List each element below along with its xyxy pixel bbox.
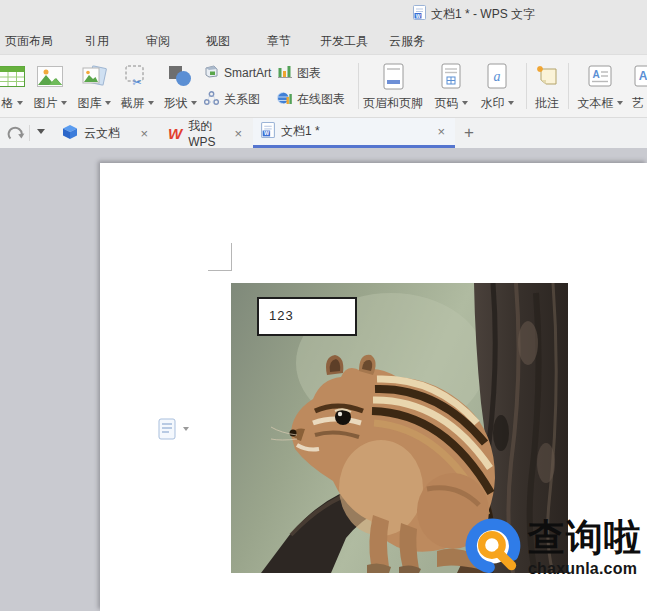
watermark-url-text: chaxunla.com: [528, 560, 642, 578]
svg-text:A: A: [639, 69, 647, 83]
tab-label: 云文档: [84, 125, 120, 142]
comment-button[interactable]: 批注: [528, 59, 566, 115]
watermark-button[interactable]: a 水印: [474, 59, 520, 115]
document-tab-bar: 云文档 × W 我的WPS × W 文档1 * × +: [0, 118, 647, 148]
tab-my-wps[interactable]: W 我的WPS ×: [160, 118, 252, 148]
new-tab-button[interactable]: +: [458, 122, 480, 144]
comment-button-label: 批注: [535, 96, 559, 110]
wps-writer-window: W 文档1 * - WPS 文字 页面布局 引用 审阅 视图 章节 开发工具 云…: [0, 0, 647, 611]
table-button-label: 格: [2, 96, 14, 110]
menu-tab-section[interactable]: 章节: [267, 28, 291, 54]
tab-close-icon[interactable]: ×: [232, 127, 244, 140]
wordart-button-cropped[interactable]: A 艺: [630, 59, 647, 115]
comment-note-icon: [528, 59, 566, 93]
shapes-icon: [158, 59, 202, 93]
svg-text:A: A: [592, 69, 599, 80]
wordart-button-label: 艺: [632, 96, 644, 110]
smartart-button[interactable]: SmartArt: [204, 63, 271, 83]
page-number-button-label: 页码: [435, 96, 459, 110]
page-number-icon: [428, 59, 474, 93]
dropdown-caret-icon: [508, 101, 514, 105]
tabbar-separator: [29, 125, 30, 141]
svg-text:W: W: [416, 12, 421, 18]
svg-text:a: a: [494, 69, 501, 84]
gallery-button-label: 图库: [78, 96, 102, 110]
insert-ribbon-toolbar: 格 图片 图库 ✂ 截屏 形状: [0, 54, 647, 118]
tab-label: 我的WPS: [188, 118, 226, 149]
tab-close-icon[interactable]: ×: [435, 125, 447, 138]
watermark-brand-text: 查询啦: [528, 516, 642, 560]
wordart-icon: A: [630, 59, 647, 93]
relation-diagram-icon: [204, 91, 219, 108]
bar-chart-icon: [277, 65, 292, 81]
dropdown-caret-icon: [617, 101, 623, 105]
toolbar-separator: [358, 63, 359, 109]
page-margin-mark: [208, 270, 232, 271]
menu-tab-view[interactable]: 视图: [206, 28, 230, 54]
menu-tab-review[interactable]: 审阅: [146, 28, 170, 54]
object-anchor-button[interactable]: [158, 417, 192, 441]
window-title: 文档1 * - WPS 文字: [431, 6, 535, 23]
textbox-icon: A: [572, 59, 628, 93]
online-chart-icon: [277, 91, 292, 108]
screenshot-scissors-icon: ✂: [114, 59, 160, 93]
relation-diagram-button[interactable]: 关系图: [204, 89, 260, 109]
document-text-box[interactable]: 123: [257, 297, 357, 336]
site-watermark: 查询啦 chaxunla.com: [464, 516, 644, 588]
tab-close-icon[interactable]: ×: [138, 127, 150, 140]
title-bar: W 文档1 * - WPS 文字: [0, 0, 647, 28]
cloud-docs-cube-icon: [62, 124, 78, 143]
watermark-icon: a: [474, 59, 520, 93]
gallery-button[interactable]: 图库: [72, 59, 116, 115]
toolbar-separator: [526, 63, 527, 109]
menu-tab-references[interactable]: 引用: [85, 28, 109, 54]
smartart-icon: [204, 65, 219, 81]
wps-document-icon: W: [261, 122, 275, 141]
picture-icon: [28, 59, 72, 93]
document-canvas-area: 123 查询啦 chaxunla.com: [0, 148, 647, 611]
relation-diagram-button-label: 关系图: [224, 91, 260, 108]
header-footer-button-label: 页眉和页脚: [363, 96, 423, 110]
shapes-button[interactable]: 形状: [158, 59, 202, 115]
ribbon-menu-bar: 页面布局 引用 审阅 视图 章节 开发工具 云服务: [0, 28, 647, 54]
chaxunla-logo-icon: [464, 516, 526, 588]
tab-cloud-docs[interactable]: 云文档 ×: [54, 118, 158, 148]
textbox-button-label: 文本框: [578, 96, 614, 110]
dropdown-caret-icon: [105, 101, 111, 105]
page-number-button[interactable]: 页码: [428, 59, 474, 115]
wps-w-icon: W: [168, 126, 182, 141]
dropdown-caret-icon: [462, 101, 468, 105]
header-footer-button[interactable]: 页眉和页脚: [362, 59, 424, 115]
screenshot-button[interactable]: ✂ 截屏: [114, 59, 160, 115]
tab-document1-active[interactable]: W 文档1 * ×: [253, 118, 455, 148]
text-box-content: 123: [269, 308, 294, 323]
dropdown-caret-icon: [61, 101, 67, 105]
textbox-button[interactable]: A 文本框: [572, 59, 628, 115]
dropdown-caret-icon: [148, 101, 154, 105]
menu-tab-developer[interactable]: 开发工具: [320, 28, 368, 54]
tab-list-dropdown-icon[interactable]: [37, 129, 45, 134]
smartart-button-label: SmartArt: [224, 66, 271, 80]
dropdown-caret-icon: [17, 101, 23, 105]
chart-button[interactable]: 图表: [277, 63, 321, 83]
dropdown-caret-icon: [183, 427, 189, 431]
photo-gallery-icon: [72, 59, 116, 93]
chart-button-label: 图表: [297, 65, 321, 82]
window-title-group: W 文档1 * - WPS 文字: [413, 0, 535, 28]
online-chart-button-label: 在线图表: [297, 91, 345, 108]
screenshot-button-label: 截屏: [121, 96, 145, 110]
picture-button-label: 图片: [34, 96, 58, 110]
dropdown-caret-icon: [191, 101, 197, 105]
menu-tab-page-layout[interactable]: 页面布局: [5, 28, 53, 54]
svg-text:✂: ✂: [132, 76, 141, 88]
header-footer-icon: [362, 59, 424, 93]
watermark-button-label: 水印: [481, 96, 505, 110]
tab-label: 文档1 *: [281, 123, 320, 140]
picture-button[interactable]: 图片: [28, 59, 72, 115]
shapes-button-label: 形状: [164, 96, 188, 110]
anchored-page-icon: [158, 418, 176, 440]
toolbar-separator: [568, 63, 569, 109]
menu-tab-cloud-service[interactable]: 云服务: [389, 28, 425, 54]
online-chart-button[interactable]: 在线图表: [277, 89, 345, 109]
redo-arrow-icon[interactable]: [6, 123, 26, 143]
